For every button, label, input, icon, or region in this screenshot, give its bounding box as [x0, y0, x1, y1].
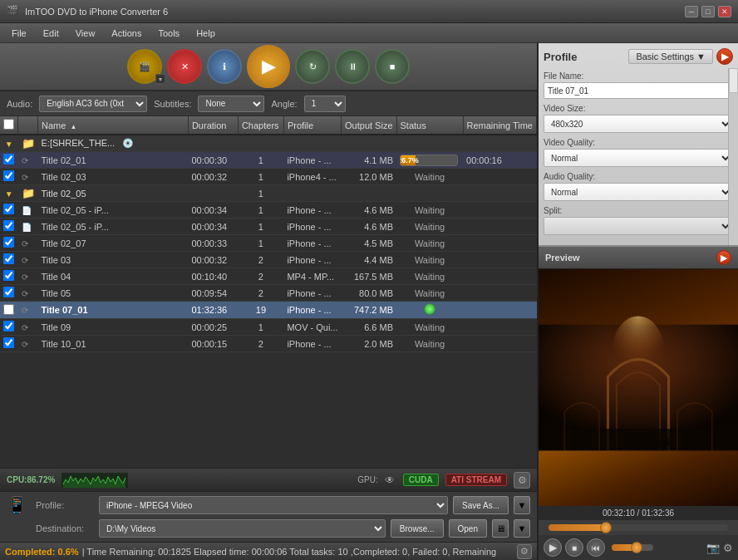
profile-select[interactable]: iPhone - MPEG4 Video — [99, 496, 448, 514]
row-check[interactable] — [3, 270, 14, 281]
convert-button[interactable]: ▶ — [247, 45, 290, 88]
video-quality-field: Video Quality: Normal — [544, 138, 733, 167]
col-header-remaining[interactable]: Remaining Time — [463, 116, 536, 135]
menu-file[interactable]: File — [3, 27, 35, 40]
row-check[interactable] — [3, 337, 14, 348]
basic-settings-label: Basic Settings — [636, 52, 694, 61]
col-header-name[interactable]: Name ▲ — [38, 116, 189, 135]
select-all-checkbox[interactable] — [3, 119, 14, 130]
table-row[interactable]: ⟳ Title 02_07 00:00:33 1 iPhone - ... 4.… — [0, 235, 537, 252]
file-name-input[interactable] — [544, 82, 733, 99]
profile-dropdown-button[interactable]: ▼ — [514, 496, 530, 514]
row-check[interactable] — [3, 154, 14, 165]
destination-icon-button[interactable]: 🖥 — [492, 519, 509, 538]
close-button[interactable]: ✕ — [718, 6, 731, 17]
progress-bar: 26.7% — [400, 155, 458, 166]
settings-nav-button[interactable]: ▶ — [716, 48, 733, 65]
table-row[interactable]: 📄 Title 02_05 - iP... 00:00:34 1 iPhone … — [0, 202, 537, 219]
menu-edit[interactable]: Edit — [35, 27, 67, 40]
scrollbar-thumb[interactable] — [729, 68, 738, 93]
menu-actions[interactable]: Actions — [103, 27, 150, 40]
row-check[interactable] — [3, 304, 14, 315]
add-dropdown[interactable]: ▼ — [155, 74, 165, 84]
row-check[interactable] — [3, 204, 14, 214]
volume-slider[interactable] — [612, 544, 653, 551]
browse-button[interactable]: Browse... — [391, 519, 444, 538]
menu-tools[interactable]: Tools — [150, 27, 188, 40]
settings-scrollbar[interactable] — [728, 68, 738, 245]
play-button[interactable]: ▶ — [544, 538, 562, 557]
table-row[interactable]: ⟳ Title 07_01 01:32:36 19 iPhone - ... 7… — [0, 302, 537, 319]
gpu-settings-button[interactable]: ⚙ — [514, 472, 530, 489]
prev-button[interactable]: ⏮ — [587, 538, 605, 557]
table-row[interactable]: ⟳ Title 10_01 00:00:15 2 iPhone - ... 2.… — [0, 336, 537, 352]
status-spinner: ⟳ — [22, 323, 28, 332]
destination-dropdown-button[interactable]: ▼ — [514, 519, 530, 538]
col-header-status[interactable]: Status — [396, 116, 463, 135]
maximize-button[interactable]: □ — [701, 6, 715, 17]
stop-button[interactable]: ✕ — [167, 49, 202, 84]
minimize-button[interactable]: ─ — [685, 6, 698, 17]
row-check[interactable] — [3, 170, 14, 181]
collapse-icon[interactable]: ▼ — [5, 189, 13, 199]
status-spinner: ⟳ — [22, 289, 28, 298]
table-row[interactable]: ⟳ Title 02_01 00:00:30 1 iPhone - ... 4.… — [0, 152, 537, 169]
status-spinner: ⟳ — [22, 156, 28, 165]
seek-bar[interactable] — [549, 524, 728, 531]
table-row[interactable]: ⟳ Title 04 00:10:40 2 MP4 - MP... 167.5 … — [0, 268, 537, 285]
stop-button[interactable]: ■ — [565, 538, 583, 557]
row-check[interactable] — [3, 287, 14, 297]
col-header-profile[interactable]: Profile — [283, 116, 341, 135]
audio-select[interactable]: English AC3 6ch (0xt — [39, 96, 147, 112]
svg-point-2 — [613, 316, 665, 385]
seek-thumb[interactable] — [600, 522, 612, 533]
screenshot-icon[interactable]: 📷 — [706, 542, 720, 554]
main-layout: 🎬 ▼ ✕ ℹ ▶ ↻ ⏸ ■ Audio — [0, 43, 738, 560]
video-size-select[interactable]: 480x320 — [544, 115, 733, 133]
table-row[interactable]: ⟳ Title 03 00:00:32 2 iPhone - ... 4.4 M… — [0, 252, 537, 268]
video-quality-select[interactable]: Normal — [544, 149, 733, 167]
open-button[interactable]: Open — [449, 519, 487, 538]
folder-icon: 📁 — [22, 187, 35, 199]
stop2-button[interactable]: ■ — [375, 49, 410, 84]
settings-icon[interactable]: ⚙ — [723, 542, 733, 554]
row-check[interactable] — [3, 220, 14, 231]
basic-settings-button[interactable]: Basic Settings ▼ — [628, 49, 713, 64]
angle-select[interactable]: 1 — [304, 96, 346, 112]
volume-thumb[interactable] — [631, 542, 642, 553]
col-header-chapters[interactable]: Chapters — [238, 116, 283, 135]
status-waiting: Waiting — [415, 172, 445, 182]
menu-help[interactable]: Help — [188, 27, 224, 40]
audio-quality-select[interactable]: Normal — [544, 183, 733, 201]
save-as-button[interactable]: Save As... — [453, 496, 509, 514]
table-row[interactable]: ⟳ Title 09 00:00:25 1 MOV - Qui... 6.6 M… — [0, 319, 537, 336]
split-select[interactable] — [544, 217, 733, 235]
ati-badge[interactable]: ATI STREAM — [445, 474, 507, 486]
window-controls: ─ □ ✕ — [685, 6, 731, 17]
info-button[interactable]: ℹ — [207, 49, 242, 84]
table-row[interactable]: 📄 Title 02_05 - iP... 00:00:34 1 iPhone … — [0, 219, 537, 235]
menu-view[interactable]: View — [67, 27, 104, 40]
file-table-wrapper: Name ▲ Duration Chapters Profile Output … — [0, 116, 537, 468]
row-check[interactable] — [3, 321, 14, 332]
table-row[interactable]: ⟳ Title 05 00:09:54 2 iPhone - ... 80.0 … — [0, 285, 537, 302]
col-header-duration[interactable]: Duration — [188, 116, 238, 135]
refresh-button[interactable]: ↻ — [295, 49, 330, 84]
destination-select[interactable]: D:\My Videos — [99, 519, 386, 538]
bottom-bar: 📱 Profile: iPhone - MPEG4 Video Save As.… — [0, 491, 537, 542]
row-check[interactable] — [3, 237, 14, 248]
status-waiting: Waiting — [415, 205, 445, 215]
col-header-check — [0, 116, 18, 135]
status-green-dot — [424, 303, 435, 315]
col-header-outsize[interactable]: Output Size — [342, 116, 396, 135]
collapse-icon[interactable]: ▼ — [5, 140, 13, 149]
status-settings-button[interactable]: ⚙ — [517, 544, 532, 559]
pause-button[interactable]: ⏸ — [335, 49, 370, 84]
cuda-badge[interactable]: CUDA — [403, 474, 439, 486]
preview-nav-button[interactable]: ▶ — [716, 250, 731, 265]
dvd-icon: 💿 — [122, 138, 134, 148]
row-check[interactable] — [3, 253, 14, 264]
split-field: Split: — [544, 206, 733, 235]
subtitle-select[interactable]: None — [198, 96, 264, 112]
table-row[interactable]: ⟳ Title 02_03 00:00:32 1 iPhone4 - ... 1… — [0, 169, 537, 185]
